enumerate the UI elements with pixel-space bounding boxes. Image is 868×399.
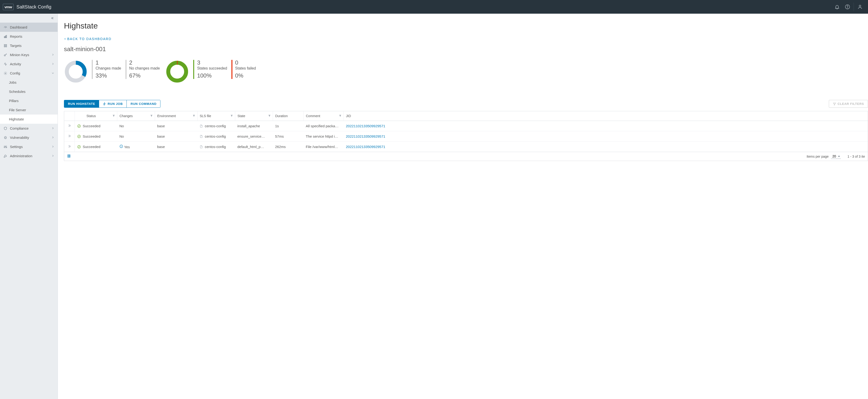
action-bar: RUN HIGHSTATE RUN JOB RUN COMMAND CLEAR … [64,100,868,108]
svg-rect-6 [6,35,7,38]
sidebar-sub-file-server[interactable]: File Server [0,105,58,114]
stat-label: No changes made [129,66,160,71]
sidebar-item-targets[interactable]: Targets [0,41,58,50]
svg-point-11 [4,55,5,56]
sidebar-item-dashboard[interactable]: Dashboard [0,23,58,32]
brand: vmw SaltStack Config [3,4,52,10]
th-jid-label: JID [346,114,351,118]
items-per-page-value[interactable]: 20 [831,154,841,159]
sidebar-sub-label: Highstate [9,117,24,121]
th-environment[interactable]: Environment [155,111,197,121]
topbar: vmw SaltStack Config [0,0,868,14]
clear-filters-button[interactable]: CLEAR FILTERS [829,100,868,108]
th-comment[interactable]: Comment [303,111,343,121]
stats-row: 1 Changes made 33% 2 No changes made 67% [64,60,868,84]
svg-point-23 [78,145,81,148]
th-changes-label: Changes [120,114,133,118]
sidebar-label: Dashboard [10,25,54,29]
sidebar-item-reports[interactable]: Reports [0,32,58,41]
wrench-icon [3,154,7,158]
cell-jid-link[interactable]: 20221102133509929571 [343,131,868,142]
check-circle-icon [77,145,81,149]
cell-environment: base [155,142,197,152]
svg-rect-27 [70,155,70,158]
cell-comment: All specified packa… [303,121,343,131]
cell-status: Succeeded [74,142,117,152]
stat-states-failed: 0 States failed 0% [231,60,260,79]
items-per-page-label: Items per page [807,155,829,158]
svg-rect-5 [5,36,6,38]
th-duration[interactable]: Duration [273,111,303,121]
results-table: Status Changes Environment SLS file Stat… [64,111,868,161]
changes-group: 1 Changes made 33% 2 No changes made 67% [64,60,160,84]
svg-point-16 [6,147,7,148]
filter-icon[interactable] [192,114,195,118]
chevron-right-icon [52,135,54,139]
stat-changes-made: 1 Changes made 33% [92,60,121,79]
items-per-page-select[interactable]: 20 [831,154,841,159]
run-command-button[interactable]: RUN COMMAND [127,100,160,107]
sidebar-item-config[interactable]: Config [0,69,58,78]
sidebar-item-administration[interactable]: Administration [0,151,58,161]
sidebar-item-compliance[interactable]: Compliance [0,124,58,133]
file-icon [199,145,203,148]
run-job-button[interactable]: RUN JOB [99,100,127,107]
run-highstate-button[interactable]: RUN HIGHSTATE [64,100,99,107]
th-jid[interactable]: JID [343,111,868,121]
check-circle-icon [77,135,81,138]
info-icon[interactable] [119,145,123,149]
cell-jid-link[interactable]: 20221102133509929571 [343,142,868,152]
th-sls[interactable]: SLS file [197,111,235,121]
sidebar-item-activity[interactable]: Activity [0,59,58,69]
sidebar-sub-schedules[interactable]: Schedules [0,87,58,96]
cell-sls: centos-config [197,121,235,131]
grid-icon [3,44,7,47]
changes-donut-chart [64,60,88,84]
activity-icon [3,62,7,66]
sidebar-collapse[interactable] [0,14,58,23]
filter-icon[interactable] [268,114,271,118]
expand-row-button[interactable] [64,121,74,131]
svg-point-1 [847,8,847,8]
sidebar-item-minion-keys[interactable]: Minion Keys [0,50,58,59]
cell-status: Succeeded [74,121,117,131]
sidebar-sub-jobs[interactable]: Jobs [0,78,58,87]
help-icon[interactable] [842,2,852,12]
sidebar-sub-highstate[interactable]: Highstate [0,114,58,124]
sidebar-sub-pillars[interactable]: Pillars [0,96,58,105]
notifications-icon[interactable] [832,2,842,12]
column-picker-icon[interactable] [67,154,71,159]
main: Highstate BACK TO DASHBOARD salt-minion-… [58,14,868,399]
filter-icon[interactable] [339,114,342,118]
key-icon [3,53,7,57]
filter-icon[interactable] [230,114,233,118]
expand-row-button[interactable] [64,131,74,142]
cell-duration: 1s [273,121,303,131]
back-label: BACK TO DASHBOARD [67,37,112,41]
product-name: SaltStack Config [17,4,52,10]
user-icon[interactable] [855,2,865,12]
sidebar-item-settings[interactable]: Settings [0,142,58,151]
filter-icon[interactable] [112,114,115,118]
th-state[interactable]: State [235,111,273,121]
sliders-icon [3,145,7,149]
svg-rect-4 [4,36,5,38]
th-duration-label: Duration [275,114,288,118]
stat-label: Changes made [96,66,121,71]
cell-jid-link[interactable]: 20221102133509929571 [343,121,868,131]
pagination-range: 1 - 3 of 3 ite [847,155,865,158]
th-status[interactable]: Status [74,111,117,121]
svg-rect-8 [6,44,7,45]
check-circle-icon [77,124,81,128]
th-comment-label: Comment [306,114,320,118]
expand-row-button[interactable] [64,142,74,152]
sidebar-item-vulnerability[interactable]: Vulnerability [0,133,58,142]
svg-rect-10 [6,46,7,47]
back-to-dashboard-link[interactable]: BACK TO DASHBOARD [64,37,112,41]
filter-icon[interactable] [150,114,153,118]
table-row: SucceededNobasecentos-configensure_servi… [64,131,868,142]
gear-icon [3,71,7,75]
sidebar-label: Config [10,71,49,75]
th-changes[interactable]: Changes [117,111,155,121]
cell-comment: File /var/www/html… [303,142,343,152]
